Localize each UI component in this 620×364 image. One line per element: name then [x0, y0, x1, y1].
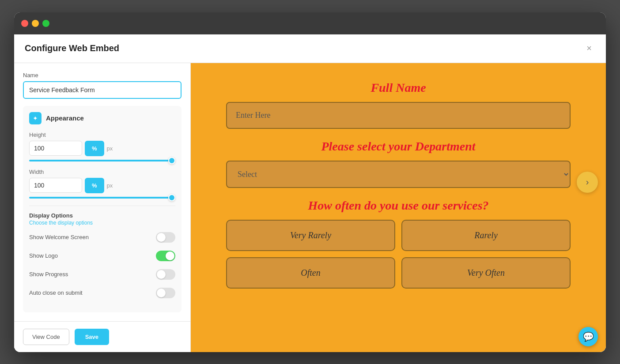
left-panel: Name ✦ Appearance Height % [14, 63, 191, 352]
divider [29, 206, 175, 206]
width-label: Width [29, 169, 175, 175]
minimize-button[interactable] [32, 20, 39, 27]
toggle-welcome[interactable] [156, 232, 175, 243]
height-input[interactable] [29, 141, 82, 156]
toggle-knob-autoclose [157, 289, 166, 297]
frequency-grid: Very Rarely Rarely Often Very Often [226, 220, 571, 289]
window: Configure Web Embed × Name ✦ Appearance [14, 12, 606, 352]
toggle-row-autoclose: Auto close on submit [29, 288, 175, 298]
toggle-autoclose[interactable] [156, 288, 175, 298]
appearance-section: ✦ Appearance Height % px [23, 106, 181, 312]
height-row: Height % px [29, 131, 175, 161]
width-slider-track[interactable] [29, 197, 175, 199]
display-options-sub: Choose the display options [29, 220, 175, 226]
toggle-label-progress: Show Progress [29, 271, 68, 278]
freq-btn-rarely[interactable]: Rarely [401, 220, 571, 251]
freq-btn-very-rarely[interactable]: Very Rarely [226, 220, 395, 251]
height-controls: % px [29, 141, 175, 156]
toggle-label-autoclose: Auto close on submit [29, 289, 83, 296]
appearance-icon: ✦ [29, 112, 42, 124]
name-input[interactable] [23, 81, 181, 99]
right-panel: Full Name Please select your Department … [191, 63, 606, 352]
width-percent-button[interactable]: % [85, 178, 104, 193]
toggle-logo[interactable] [156, 251, 175, 261]
width-row: Width % px [29, 169, 175, 199]
modal-header: Configure Web Embed × [14, 34, 606, 63]
toggle-knob-progress [157, 270, 166, 279]
height-px-label: px [107, 145, 113, 152]
frequency-title: How often do you use our services? [308, 199, 488, 213]
toggle-knob-logo [166, 251, 174, 260]
appearance-title: Appearance [46, 114, 84, 122]
height-percent-button[interactable]: % [85, 141, 104, 156]
freq-btn-very-often[interactable]: Very Often [401, 257, 571, 289]
width-controls: % px [29, 178, 175, 193]
department-section: Please select your Department Select HR … [226, 139, 571, 188]
toggle-row-progress: Show Progress [29, 269, 175, 280]
modal-body: Name ✦ Appearance Height % [14, 63, 606, 352]
modal-title: Configure Web Embed [25, 43, 119, 53]
department-select[interactable]: Select HR IT Finance [226, 161, 571, 188]
preview-content: Full Name Please select your Department … [226, 81, 571, 289]
modal-container: Configure Web Embed × Name ✦ Appearance [14, 34, 606, 352]
toggle-knob-welcome [157, 233, 166, 242]
maximize-button[interactable] [42, 20, 49, 27]
left-panel-footer: View Code Save [14, 321, 190, 352]
titlebar [14, 12, 606, 34]
toggle-label-welcome: Show Welcome Screen [29, 234, 89, 240]
name-label: Name [23, 72, 181, 79]
chat-widget-button[interactable]: 💬 [578, 327, 598, 346]
toggle-row-welcome: Show Welcome Screen [29, 232, 175, 243]
modal-close-button[interactable]: × [583, 42, 595, 55]
width-input[interactable] [29, 178, 82, 193]
full-name-title: Full Name [370, 81, 426, 95]
left-panel-inner: Name ✦ Appearance Height % [14, 63, 190, 321]
toggle-progress[interactable] [156, 269, 175, 280]
close-button[interactable] [21, 20, 28, 27]
width-slider-thumb [168, 194, 175, 201]
display-options-title: Display Options [29, 212, 175, 219]
height-slider-thumb [168, 157, 175, 164]
appearance-header: ✦ Appearance [29, 112, 175, 124]
frequency-section: How often do you use our services? Very … [226, 199, 571, 289]
toggle-row-logo: Show Logo [29, 251, 175, 261]
full-name-section: Full Name [226, 81, 571, 129]
save-button[interactable]: Save [75, 329, 109, 345]
department-title: Please select your Department [321, 139, 475, 154]
width-px-label: px [107, 182, 113, 189]
height-slider-track[interactable] [29, 160, 175, 161]
freq-btn-often[interactable]: Often [226, 257, 395, 289]
height-label: Height [29, 131, 175, 138]
view-code-button[interactable]: View Code [23, 329, 69, 345]
full-name-input[interactable] [226, 102, 571, 129]
toggle-label-logo: Show Logo [29, 252, 58, 259]
nav-next-button[interactable]: › [577, 172, 598, 193]
